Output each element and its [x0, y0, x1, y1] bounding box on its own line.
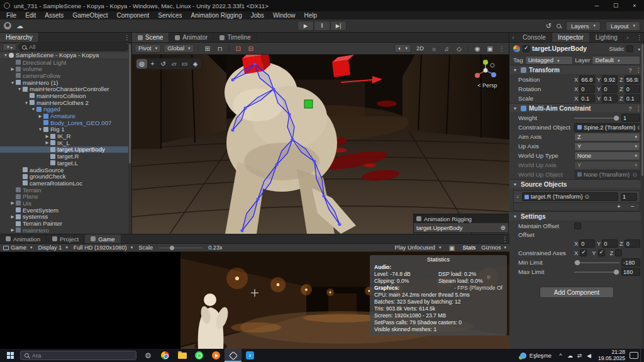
add-source-button[interactable]: + [612, 203, 626, 211]
hierarchy-item[interactable]: ▼ mainHeroClothes 2 [0, 99, 131, 106]
pause-button[interactable]: ‖ [314, 21, 330, 31]
hierarchy-item[interactable]: target.L [0, 160, 131, 167]
hierarchy-scrollbar[interactable] [128, 43, 131, 234]
scene-audio-icon[interactable]: ♫ [441, 44, 452, 53]
help-icon[interactable] [628, 67, 631, 74]
drag-handle-icon[interactable] [516, 194, 519, 200]
stats-button[interactable]: Stats [462, 244, 475, 251]
y-field[interactable] [602, 85, 618, 93]
foldout-arrow-icon[interactable]: ▶ [9, 228, 16, 233]
active-checkbox[interactable] [523, 45, 530, 52]
menu-item[interactable]: GameObject [68, 11, 112, 19]
snap-move-icon[interactable]: ⊡ [233, 44, 243, 53]
scene-lighting-icon[interactable]: ☼ [429, 44, 439, 53]
remove-source-button[interactable]: − [626, 203, 640, 211]
property-value[interactable]: Z [574, 133, 640, 141]
tab-scroll-left-icon[interactable]: ‹ [509, 33, 517, 42]
min-limit-slider[interactable] [574, 258, 619, 266]
menu-item[interactable]: Assets [40, 11, 68, 19]
z-field[interactable] [625, 94, 640, 102]
taskbar-search-input[interactable] [32, 353, 132, 359]
menu-item[interactable]: Jobs [247, 11, 269, 19]
foldout-arrow-icon[interactable]: ▼ [9, 80, 16, 85]
property-value[interactable]: Y [574, 161, 640, 170]
display-dropdown[interactable]: Display 1 [38, 244, 68, 251]
hierarchy-item[interactable]: ▶ Armature [0, 112, 131, 119]
hierarchy-item[interactable]: ▶ Uis [0, 200, 131, 207]
hierarchy-item[interactable]: cameraRotationLoc [0, 180, 131, 187]
tab-hierarchy[interactable]: Hierarchy [0, 33, 39, 42]
hierarchy-item[interactable]: target.R [0, 153, 131, 160]
menu-item[interactable]: Component [113, 11, 154, 19]
inspector-scrollbar[interactable] [641, 43, 644, 349]
property-value[interactable]: None (Transform) [574, 170, 640, 179]
taskbar-clock[interactable]: 21:28 19.05.2025 [594, 349, 630, 361]
source-objects-header[interactable]: Source Objects [509, 179, 644, 189]
gizmos-dropdown[interactable]: Gizmos [481, 244, 506, 251]
tag-dropdown[interactable]: Untagged [525, 56, 574, 65]
foldout-arrow-icon[interactable]: ▼ [23, 101, 30, 105]
toggle-2d-button[interactable]: 2D [414, 44, 426, 53]
scene-view-tab[interactable]: Animator [169, 33, 214, 42]
x-field[interactable] [579, 85, 595, 93]
y-field[interactable] [602, 75, 618, 84]
axis-checkbox[interactable] [615, 250, 622, 256]
constraint-section-header[interactable]: Multi-Aim Constraint [509, 103, 644, 113]
menu-item[interactable]: Edit [21, 11, 40, 19]
weight-field[interactable] [621, 114, 640, 122]
hierarchy-item[interactable]: ▶ systemss [0, 214, 131, 221]
hierarchy-item[interactable]: Plane [0, 193, 131, 200]
settings-section-header[interactable]: Settings [509, 211, 644, 221]
play-focus-dropdown[interactable]: Play Unfocused [395, 244, 441, 251]
inspector-tab[interactable]: Inspector [552, 33, 590, 42]
play-button[interactable]: ▶ [297, 21, 314, 31]
hierarchy-item[interactable]: ▶ volume [0, 65, 131, 72]
hierarchy-item[interactable]: mainHeroCollision [0, 92, 131, 99]
hierarchy-item[interactable]: audioSource [0, 167, 131, 173]
camera-settings-icon[interactable]: ▣ [485, 44, 495, 53]
panel-menu-icon[interactable] [501, 234, 509, 243]
scene-view-tab[interactable]: Timeline [214, 33, 257, 42]
tool-button[interactable]: ▭ [179, 59, 190, 69]
foldout-icon[interactable] [512, 106, 518, 111]
min-limit-field[interactable] [621, 258, 640, 266]
hierarchy-item[interactable]: ▼ Rig 1 [0, 126, 131, 133]
hierarchy-item[interactable]: cameraFollow [0, 72, 131, 79]
widgets-button[interactable]: Eşleşme [516, 349, 556, 362]
tray-icon[interactable]: ☁ [565, 353, 575, 359]
foldout-arrow-icon[interactable]: ▶ [37, 114, 43, 119]
taskbar-app-icon[interactable]: ⚙ [140, 349, 157, 362]
pivot-dropdown[interactable]: Pivot [135, 44, 161, 53]
hierarchy-item[interactable]: Terrain Painter [0, 220, 131, 227]
tool-button[interactable]: ◎ [136, 59, 147, 69]
hierarchy-item[interactable]: ▼ mainHeroCharacterController [0, 85, 131, 92]
max-limit-slider[interactable] [574, 268, 619, 276]
taskbar-app-icon[interactable] [157, 349, 174, 362]
bottom-tab[interactable]: Game [85, 234, 121, 243]
tab-scroll-right-icon[interactable]: › [624, 33, 631, 42]
hierarchy-item[interactable]: ▼ rigged [0, 106, 131, 113]
taskbar-app-icon[interactable] [174, 349, 191, 362]
foldout-arrow-icon[interactable]: ▶ [44, 140, 50, 145]
menu-item[interactable]: Services [153, 11, 186, 19]
source-object-field[interactable]: target.R (Transform) [522, 192, 618, 201]
hierarchy-item[interactable]: Directional Light [0, 59, 131, 66]
foldout-icon[interactable] [512, 182, 518, 187]
snap-magnet-icon[interactable]: ⊓ [215, 44, 225, 53]
source-object-row[interactable]: target.R (Transform) [514, 191, 640, 202]
account-icon[interactable] [4, 22, 11, 30]
snap-rotate-icon[interactable]: ⊟ [246, 44, 256, 53]
transform-section-header[interactable]: Transform [509, 65, 644, 75]
static-checkbox[interactable] [626, 45, 633, 52]
scale-slider[interactable] [158, 244, 203, 251]
z-field[interactable] [625, 75, 640, 84]
hierarchy-item[interactable]: ▼ SampleScene - Kopya - Kopya [0, 52, 131, 59]
panel-menu-icon[interactable] [123, 33, 131, 42]
maintain-offset-checkbox[interactable] [574, 222, 581, 229]
tray-icon[interactable]: ^ [556, 353, 565, 359]
resolution-dropdown[interactable]: Full HD (1920x1080) [74, 244, 133, 251]
fullscreen-icon[interactable]: ▣ [447, 244, 457, 251]
property-value[interactable]: Y [574, 142, 640, 151]
hierarchy-search-input[interactable] [29, 44, 125, 50]
close-button[interactable]: × [625, 0, 644, 11]
